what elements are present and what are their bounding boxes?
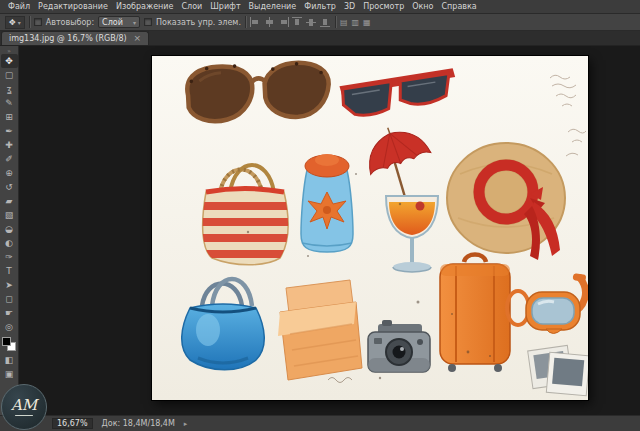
canvas-area[interactable] [20,46,640,415]
options-divider [335,16,336,28]
auto-select-label: Автовыбор: [46,18,94,27]
marquee-tool[interactable]: ▢ [1,68,18,82]
align-bottom-edges-icon[interactable] [320,17,331,27]
align-horizontal-centers-icon[interactable] [264,17,275,27]
tool-options-bar: ✥ ▾ Автовыбор: Слой ▾ Показать упр. элем… [0,14,640,31]
zoom-tool[interactable]: ◎ [1,320,18,334]
show-transform-controls-label: Показать упр. элем. [156,18,241,27]
watercolor-beach-set-artwork [152,56,588,400]
clone-stamp-tool[interactable]: ⊕ [1,166,18,180]
move-tool[interactable]: ✥ [1,54,18,68]
align-right-edges-icon[interactable] [278,17,289,27]
quick-mask-toggle[interactable]: ◧ [1,353,18,367]
menu-item-image[interactable]: Изображение [112,1,178,12]
move-tool-icon: ✥ [9,18,16,27]
brush-tool[interactable]: ✐ [1,152,18,166]
close-icon[interactable]: × [134,34,142,43]
menu-item-layers[interactable]: Слои [177,1,206,12]
auto-select-target-dropdown[interactable]: Слой ▾ [98,16,140,28]
status-bar: 16,67% Док: 18,4М/18,4М ▸ [0,415,640,431]
options-divider [29,16,30,28]
artist-watermark-logo: AM [1,384,47,430]
sunscreen-tube-illustration [301,154,353,252]
screen-mode-toggle[interactable]: ▣ [1,367,18,381]
eyedropper-tool[interactable]: ✒ [1,124,18,138]
eraser-tool[interactable]: ▰ [1,194,18,208]
auto-select-target-value: Слой [102,18,123,27]
lasso-tool[interactable]: ʓ [1,82,18,96]
hand-tool[interactable]: ☛ [1,306,18,320]
distribute-icon[interactable]: ▥ [352,18,360,27]
align-vertical-centers-icon[interactable] [306,17,317,27]
pen-tool[interactable]: ✑ [1,250,18,264]
document-tab-bar: img134.jpg @ 16,7% (RGB/8) × [0,31,640,46]
zoom-level-field[interactable]: 16,67% [52,418,93,429]
align-buttons-group [250,17,331,27]
chevron-down-icon: ▾ [18,19,21,26]
menu-item-help[interactable]: Справка [437,1,480,12]
document-tab-title: img134.jpg @ 16,7% (RGB/8) [9,34,127,43]
document-tab[interactable]: img134.jpg @ 16,7% (RGB/8) × [1,31,149,45]
menu-item-3d[interactable]: 3D [340,1,359,12]
current-tool-preset[interactable]: ✥ ▾ [5,16,25,29]
foreground-color-swatch[interactable] [2,337,11,346]
blur-tool[interactable]: ◒ [1,222,18,236]
status-menu-arrow-icon[interactable]: ▸ [184,420,188,428]
history-brush-tool[interactable]: ↺ [1,180,18,194]
suitcase-illustration [440,255,510,373]
menu-item-view[interactable]: Просмотр [359,1,408,12]
photoshop-window: Файл Редактирование Изображение Слои Шри… [0,0,640,431]
menu-item-window[interactable]: Окно [408,1,437,12]
distribute-icon[interactable]: ▤ [340,18,348,27]
menu-item-file[interactable]: Файл [4,1,34,12]
show-transform-controls-checkbox[interactable] [144,18,152,26]
auto-select-checkbox[interactable] [34,18,42,26]
chevron-down-icon: ▾ [133,19,136,26]
quick-selection-tool[interactable]: ✎ [1,96,18,110]
crop-tool[interactable]: ⊞ [1,110,18,124]
tools-panel: » ✥ ▢ ʓ ✎ ⊞ ✒ ✚ ✐ ⊕ ↺ ▰ ▧ ◒ ◐ ✑ T ➤ ◻ ☛ … [0,46,19,415]
gradient-tool[interactable]: ▧ [1,208,18,222]
menu-item-filter[interactable]: Фильтр [300,1,340,12]
color-swatches[interactable] [2,337,16,351]
distribute-icon[interactable]: ▦ [363,18,371,27]
menu-bar: Файл Редактирование Изображение Слои Шри… [0,0,640,14]
watermark-flourish [15,415,33,416]
menu-item-select[interactable]: Выделение [245,1,301,12]
menu-item-edit[interactable]: Редактирование [34,1,112,12]
type-tool[interactable]: T [1,264,18,278]
watermark-initials: AM [11,398,37,413]
healing-brush-tool[interactable]: ✚ [1,138,18,152]
options-divider [245,16,246,28]
dodge-tool[interactable]: ◐ [1,236,18,250]
collapse-panel-icon[interactable]: » [7,47,11,54]
align-left-edges-icon[interactable] [250,17,261,27]
shape-tool[interactable]: ◻ [1,292,18,306]
align-top-edges-icon[interactable] [292,17,303,27]
document-size-info: Док: 18,4М/18,4М [102,419,175,428]
folded-towel-illustration [278,280,362,380]
open-document-image[interactable] [152,56,588,400]
menu-item-type[interactable]: Шрифт [206,1,244,12]
path-selection-tool[interactable]: ➤ [1,278,18,292]
